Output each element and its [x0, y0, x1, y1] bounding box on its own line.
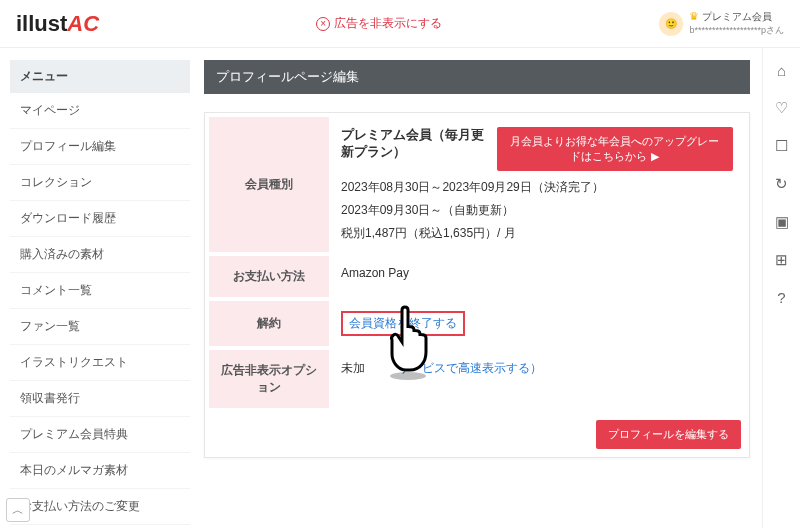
user-name-masked: b*******************pさん — [689, 24, 784, 37]
sidebar-item-label: イラストリクエスト — [20, 354, 128, 371]
sidebar-item-mypage[interactable]: マイページ — [10, 93, 190, 129]
sidebar-item-label: 本日のメルマガ素材 — [20, 462, 128, 479]
upgrade-annual-button[interactable]: 月会員よりお得な年会員へのアップグレードはこちらから▶ — [497, 127, 733, 171]
ads-fast-display-link[interactable]: サービスで高速表示する） — [398, 361, 542, 375]
sidebar-item-label: お支払い方法のご変更 — [20, 498, 140, 515]
sidebar-item-mailmag[interactable]: 本日のメルマガ素材 — [10, 453, 190, 489]
hide-ads-label: 広告を非表示にする — [334, 16, 442, 30]
sidebar-item-profile-edit[interactable]: プロフィール編集 — [10, 129, 190, 165]
right-icon-bar: ⌂ ♡ ☐ ↻ ▣ ⊞ ? — [762, 48, 800, 528]
row-header-ads-option: 広告非表示オプション — [209, 348, 329, 410]
plan-price: 税別1,487円（税込1,635円）/ 月 — [341, 225, 733, 242]
premium-badge: プレミアム会員 — [702, 11, 772, 22]
bookmark-icon[interactable]: ☐ — [775, 137, 788, 155]
sidebar-item-purchased[interactable]: 購入済みの素材 — [10, 237, 190, 273]
logo-text: illust — [16, 11, 67, 36]
payment-method-value: Amazon Pay — [329, 254, 745, 299]
sidebar-item-payment-change[interactable]: お支払い方法のご変更 — [10, 489, 190, 525]
sidebar-item-label: マイページ — [20, 102, 80, 119]
avatar: 🙂 — [659, 12, 683, 36]
user-account-box[interactable]: 🙂 ♛ プレミアム会員 b*******************pさん — [659, 10, 784, 37]
plan-name: プレミアム会員（毎月更新プラン） — [341, 127, 489, 161]
sidebar-header-menu: メニュー — [10, 60, 190, 93]
help-icon[interactable]: ? — [777, 289, 785, 306]
folder-plus-icon[interactable]: ⊞ — [775, 251, 788, 269]
terminate-membership-highlight: 会員資格を終了する — [341, 311, 465, 336]
close-icon: × — [316, 17, 330, 31]
row-header-cancel: 解約 — [209, 299, 329, 348]
plan-period: 2023年08月30日～2023年09月29日（決済完了） — [341, 179, 733, 196]
sidebar-item-label: コレクション — [20, 174, 92, 191]
home-icon[interactable]: ⌂ — [777, 62, 786, 79]
sidebar-item-collection[interactable]: コレクション — [10, 165, 190, 201]
sidebar: メニュー マイページ プロフィール編集 コレクション ダウンロード履歴 購入済み… — [0, 48, 200, 528]
plan-renew: 2023年09月30日～（自動更新） — [341, 202, 733, 219]
page-title: プロフィールページ編集 — [204, 60, 750, 94]
sidebar-item-label: 領収書発行 — [20, 390, 80, 407]
profile-card: 会員種別 プレミアム会員（毎月更新プラン） 月会員よりお得な年会員へのアップグレ… — [204, 112, 750, 458]
sidebar-item-premium-benefits[interactable]: プレミアム会員特典 — [10, 417, 190, 453]
ads-status-prefix: 未加 — [341, 361, 365, 375]
upgrade-button-label: 月会員よりお得な年会員へのアップグレードはこちらから — [510, 135, 719, 162]
edit-profile-button[interactable]: プロフィールを編集する — [596, 420, 741, 449]
top-bar: illustAC ×広告を非表示にする 🙂 ♛ プレミアム会員 b*******… — [0, 0, 800, 48]
collapse-chevron-icon[interactable]: ︿ — [6, 498, 30, 522]
row-header-payment: お支払い方法 — [209, 254, 329, 299]
crown-icon: ♛ — [689, 10, 699, 22]
heart-icon[interactable]: ♡ — [775, 99, 788, 117]
main-content: プロフィールページ編集 会員種別 プレミアム会員（毎月更新プラン） 月会員よりお… — [200, 48, 762, 528]
hide-ads-link[interactable]: ×広告を非表示にする — [99, 15, 659, 32]
edit-profile-label: プロフィールを編集する — [608, 428, 729, 440]
sidebar-item-illust-request[interactable]: イラストリクエスト — [10, 345, 190, 381]
sidebar-item-label: 購入済みの素材 — [20, 246, 104, 263]
terminate-membership-link[interactable]: 会員資格を終了する — [349, 316, 457, 330]
sidebar-item-label: プロフィール編集 — [20, 138, 116, 155]
sidebar-item-comments[interactable]: コメント一覧 — [10, 273, 190, 309]
folder-icon[interactable]: ▣ — [775, 213, 789, 231]
sidebar-item-label: コメント一覧 — [20, 282, 92, 299]
chevron-right-icon: ▶ — [651, 150, 659, 162]
sidebar-item-label: ファン一覧 — [20, 318, 80, 335]
sidebar-item-download-history[interactable]: ダウンロード履歴 — [10, 201, 190, 237]
history-icon[interactable]: ↻ — [775, 175, 788, 193]
site-logo[interactable]: illustAC — [16, 11, 99, 37]
sidebar-item-fans[interactable]: ファン一覧 — [10, 309, 190, 345]
logo-ac: AC — [67, 11, 99, 36]
sidebar-item-label: ダウンロード履歴 — [20, 210, 116, 227]
sidebar-item-label: プレミアム会員特典 — [20, 426, 128, 443]
row-header-member-type: 会員種別 — [209, 117, 329, 254]
sidebar-item-receipt[interactable]: 領収書発行 — [10, 381, 190, 417]
